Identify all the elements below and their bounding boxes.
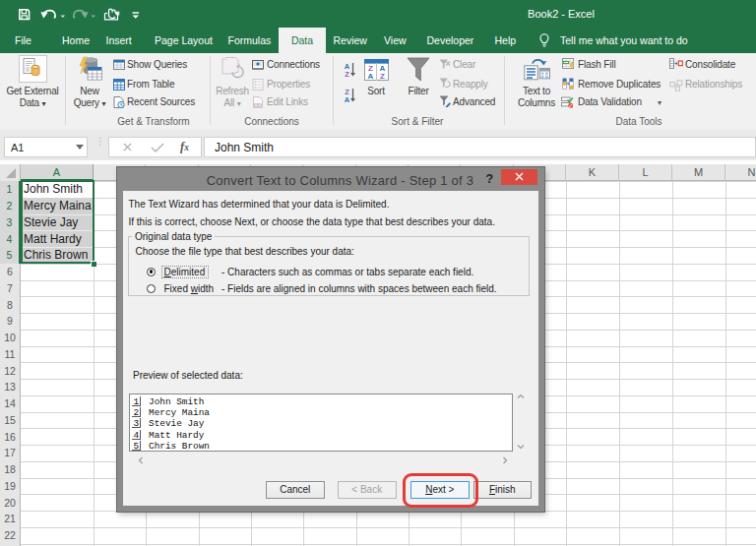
svg-text:A: A xyxy=(368,72,374,81)
svg-text:Z: Z xyxy=(380,72,385,81)
svg-text:Z: Z xyxy=(345,70,349,79)
